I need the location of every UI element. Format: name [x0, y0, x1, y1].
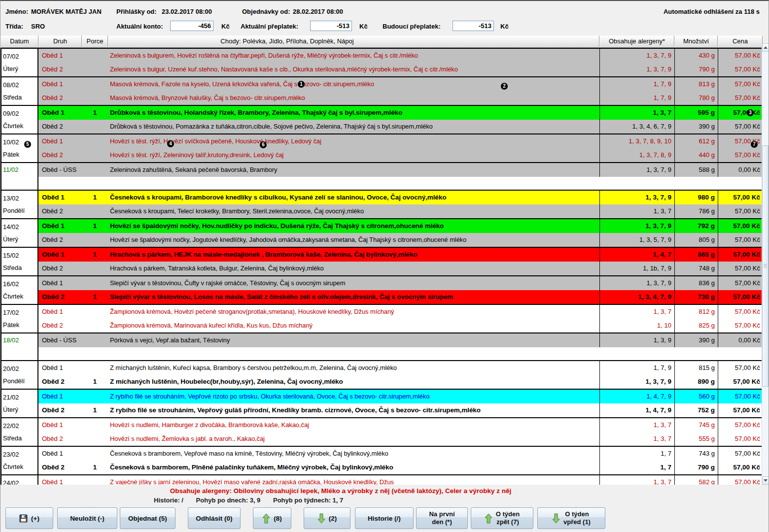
meal-row[interactable]: Oběd 2Hrachová s párkem, Tatranská kotle… — [38, 262, 763, 275]
current-balance-field[interactable] — [170, 21, 213, 31]
meal-row[interactable]: Oběd 2Masová krémová, Brynzové halušky, … — [38, 91, 763, 105]
col-header-cena: Cena — [718, 35, 763, 48]
weekday-label: Čtvrtek — [3, 121, 37, 133]
meal-row[interactable]: Oběd 1Česneková s bramborem, Vepřové mas… — [38, 447, 763, 461]
meal-row[interactable]: Oběd 1Slepičí vývar s těstovinou, Čufty … — [38, 276, 763, 290]
allergens-cell: 1, 3, 7, 8, 9 — [599, 148, 674, 162]
price-cell: 57,00 Kč — [718, 77, 763, 91]
meal-row[interactable]: Oběd - ÚSSZeleninová zahuštěná, Sekaná p… — [38, 163, 763, 177]
button-label: (8) — [274, 515, 282, 522]
date-label: 18/02 — [3, 335, 37, 347]
price-cell: 57,00 Kč — [718, 290, 763, 304]
meal-row[interactable]: Oběd 11Hrachová s párkem, HEJK na másle-… — [38, 248, 763, 262]
portion-cell — [82, 148, 108, 162]
meal-row[interactable]: Oběd 11Česneková s kroupami, Bramborové … — [38, 191, 763, 204]
meal-row[interactable]: Oběd 2Hovězí s nudlemi, Žemlovka s jabl.… — [38, 432, 763, 446]
day-rows: Oběd 1Zeleninová s bulgurem, Hovězí rošt… — [38, 49, 763, 76]
meal-row[interactable]: Oběd 21Česneková s barmborem, Plněné pal… — [38, 461, 763, 474]
button-label: Historie (/) — [368, 515, 401, 522]
courses-cell: Z vaječné jíšky s jarní zeleninou, Hověz… — [108, 475, 599, 485]
weight-cell: 430 g — [674, 49, 718, 63]
save-plus-button[interactable]: (+) — [5, 507, 53, 529]
objednat-button[interactable]: Objednat (5) — [120, 507, 175, 529]
portion-cell — [82, 319, 108, 332]
week-back-button[interactable]: O týdenzpět (7) — [471, 507, 533, 529]
future-overpay-field[interactable] — [453, 21, 494, 31]
allergens-cell: 1, 1b, 7, 9 — [599, 262, 674, 275]
price-cell: 57,00 Kč — [718, 148, 763, 162]
price-cell: 57,00 Kč — [718, 91, 763, 105]
move-days-info: Pohyb po dnech: 3, 9 — [196, 497, 261, 504]
weight-cell: 780 g — [674, 91, 718, 105]
allergen-info-text: Obsahuje alergeny: Obiloviny obsahující … — [0, 487, 681, 495]
scroll-down-button[interactable] — [762, 476, 769, 485]
meal-type-cell: Oběd 2 — [38, 91, 82, 105]
weekday-label: Pondělí — [3, 376, 37, 389]
meal-row[interactable]: Oběd 1Žampionová krémová, Hovězí pečeně … — [38, 305, 763, 319]
current-overpay-field[interactable] — [310, 21, 352, 31]
meal-row[interactable]: Oběd 1Hovězí s nudlemi, Hamburger z divo… — [38, 418, 763, 432]
meal-row[interactable]: Oběd 2Hovězí se špaldovými nočky, Joguto… — [38, 233, 763, 247]
courses-cell: Hovězí s nudlemi, Žemlovka s jabl. a tva… — [108, 432, 599, 446]
meal-row[interactable]: Oběd 1Z rybího filé se strouháním, Vepřo… — [38, 390, 763, 403]
table-scrollbar[interactable] — [762, 43, 769, 485]
weight-cell: 390 g — [674, 120, 718, 133]
meal-row[interactable]: Oběd 2Žampionová krémová, Marinovaná kuř… — [38, 319, 763, 332]
meal-type-cell: Oběd 1 — [38, 219, 82, 233]
meal-row[interactable]: Oběd 2Drůbková s těstovinou, Pomazánka z… — [38, 120, 763, 133]
day-block: 21/02ÚterýOběd 1Z rybího filé se strouhá… — [1, 390, 763, 418]
meal-type-cell: Oběd 1 — [38, 390, 82, 403]
meal-row[interactable]: Oběd 2Česneková s kroupami, Telecí kroke… — [38, 204, 763, 218]
date-label: 17/02 — [3, 308, 37, 320]
meal-row[interactable]: Oběd 2Hovězí s těst. rýží, Zeleninový ta… — [38, 148, 763, 162]
weight-cell: 752 g — [674, 403, 718, 417]
meal-row[interactable]: Oběd 21Z míchaných luštěnin, Houbelec(br… — [38, 375, 763, 389]
allergens-cell: 1, 3, 4, 7, 9 — [599, 290, 674, 304]
meal-row[interactable]: Oběd - ÚSSPórková s vejci, Vepř.ala baža… — [38, 333, 763, 347]
first-day-button[interactable]: Na prvníden (*) — [416, 507, 468, 529]
day-rows: Oběd 11Česneková s kroupami, Bramborové … — [38, 191, 763, 218]
scroll-up-button[interactable] — [762, 43, 769, 52]
courses-cell: Slepičí vývar s těstovinou, Čufty v rajs… — [108, 276, 599, 290]
weight-cell: 440 g — [674, 148, 718, 162]
courses-cell: Drůbková s těstovinou, Pomazánka z tuňák… — [108, 120, 599, 133]
allergens-cell: 1, 3, 4, 6, 7, 9 — [599, 120, 674, 133]
courses-cell: Masová krémová, Brynzové halušky, Čaj s … — [108, 91, 599, 105]
weight-cell: 743 g — [674, 447, 718, 461]
courses-cell: Česneková s bramborem, Vepřové maso na k… — [108, 447, 599, 461]
courses-cell: Z míchaných luštěnin, Houbelec(br,houby,… — [108, 375, 599, 389]
price-cell: 57,00 Kč — [718, 375, 763, 389]
meal-row[interactable]: Oběd 1Z míchaných luštěnin, Kuřecí kapsa… — [38, 361, 763, 375]
allergens-cell: 1, 7 — [599, 461, 674, 474]
meal-type-cell: Oběd 1 — [38, 418, 82, 432]
col-header-druh: Druh — [38, 35, 82, 48]
meal-row[interactable]: Oběd 1Z vaječné jíšky s jarní zeleninou,… — [38, 475, 763, 485]
move-up-button[interactable]: (8) — [253, 507, 291, 529]
meal-row[interactable]: Oběd 1Masová krémová, Fazole na kyselo, … — [38, 77, 763, 91]
week-forward-button[interactable]: O týdenvpřed (1) — [537, 507, 605, 529]
meal-row[interactable]: Oběd 11Hovězí se špaldovými nočky, Hov.n… — [38, 219, 763, 233]
move-down-button[interactable]: (2) — [304, 507, 350, 529]
portion-cell — [82, 262, 108, 275]
odhlasit-button[interactable]: Odhlásit (0) — [188, 507, 241, 529]
courses-cell: Hrachová s párkem, Tatranská kotleta, Bu… — [108, 262, 599, 275]
date-label: 09/02 — [3, 109, 37, 121]
meal-row[interactable]: Oběd 1Zeleninová s bulgurem, Hovězí rošt… — [38, 49, 763, 63]
meal-type-cell: Oběd 2 — [38, 120, 82, 133]
scroll-thumb[interactable] — [762, 145, 769, 387]
historie-button[interactable]: Historie (/) — [355, 507, 414, 529]
meal-row[interactable]: Oběd 11Drůbková s těstovinou, Holandský … — [38, 106, 763, 120]
portion-cell — [82, 204, 108, 218]
meal-row[interactable]: Oběd 1Hovězí s těst. rýží, Hovězí svíčko… — [38, 134, 763, 148]
meal-row[interactable]: Oběd 2Zeleninová s bulgur, Uzené kuř.ste… — [38, 63, 763, 76]
col-header-porce: Porce — [82, 35, 108, 48]
meal-row[interactable]: Oběd 21Slepičí vývar s těstovinou, Losos… — [38, 290, 763, 304]
meal-row[interactable]: Oběd 21Z rybího filé se strouháním, Vepř… — [38, 403, 763, 417]
date-label: 14/02 — [3, 222, 37, 234]
weekday-label — [3, 177, 37, 190]
current-balance-label: Aktuální konto: — [116, 23, 163, 30]
weekday-label: Pondělí — [3, 205, 37, 218]
neulozit-button[interactable]: Neuložit (-) — [57, 507, 117, 529]
day-rows: Oběd 1Slepičí vývar s těstovinou, Čufty … — [38, 276, 763, 304]
orders-from-value: 28.02.2017 08:00 — [293, 8, 343, 15]
